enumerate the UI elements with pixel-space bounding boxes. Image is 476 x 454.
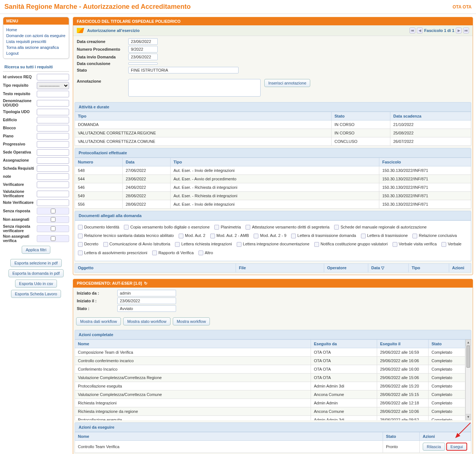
col-header[interactable]: File bbox=[236, 263, 324, 272]
col-header[interactable]: Stato bbox=[332, 112, 390, 120]
col-header[interactable]: Data bbox=[123, 158, 171, 166]
workflow-button[interactable]: Mostra dati workflow bbox=[76, 317, 121, 325]
doc-item[interactable]: Lettera di assolvimento prescrizioni bbox=[78, 249, 147, 257]
doc-item[interactable]: Lettera richiesta integrazioni bbox=[175, 241, 232, 248]
col-header[interactable]: Eseguito da bbox=[311, 339, 377, 348]
menu-item[interactable]: Torna alla sezione anagrafica bbox=[6, 44, 66, 50]
col-header[interactable]: Operatore bbox=[324, 263, 368, 272]
menu-item[interactable]: Lista requisiti prescritti bbox=[6, 39, 66, 44]
filter-checkbox[interactable] bbox=[51, 236, 56, 241]
checkbox-icon[interactable] bbox=[214, 225, 219, 230]
checkbox-icon[interactable] bbox=[152, 251, 157, 255]
filter-checkbox[interactable] bbox=[51, 226, 56, 231]
pager-last-icon[interactable]: ⏭ bbox=[463, 28, 469, 33]
col-header[interactable]: Tipo bbox=[409, 263, 449, 272]
checkbox-icon[interactable] bbox=[198, 251, 203, 255]
checkbox-icon[interactable] bbox=[175, 242, 180, 247]
filter-select[interactable]: --------------- bbox=[37, 82, 69, 89]
filter-input[interactable] bbox=[37, 199, 69, 206]
menu-item[interactable]: Logout bbox=[6, 50, 66, 56]
doc-item[interactable]: Relazione tecnico sanitaria datata tecni… bbox=[78, 232, 174, 239]
inserisci-annotazione-button[interactable]: Inserisci annotazione bbox=[264, 79, 310, 87]
pager-first-icon[interactable]: ⏮ bbox=[409, 28, 415, 33]
col-header[interactable]: Azioni bbox=[420, 432, 471, 440]
col-header[interactable]: Eseguito il bbox=[377, 339, 429, 348]
doc-item[interactable]: Verbale visita verifica bbox=[393, 241, 437, 248]
col-header[interactable]: Fascicolo bbox=[379, 158, 471, 166]
checkbox-icon[interactable] bbox=[237, 242, 241, 247]
doc-item[interactable]: Mod. Aut. 2 bbox=[179, 232, 205, 239]
filter-checkbox[interactable] bbox=[51, 209, 56, 213]
annotazione-input[interactable] bbox=[128, 79, 261, 97]
col-header[interactable]: Data scadenza bbox=[390, 112, 471, 120]
checkbox-icon[interactable] bbox=[210, 234, 215, 238]
filter-input[interactable] bbox=[37, 133, 69, 140]
filter-input[interactable] bbox=[37, 181, 69, 188]
checkbox-icon[interactable] bbox=[103, 242, 108, 247]
checkbox-icon[interactable] bbox=[179, 234, 183, 238]
doc-item[interactable]: Relazione conclusiva bbox=[412, 232, 457, 239]
doc-item[interactable]: Rapporto di Verifica bbox=[152, 249, 194, 257]
checkbox-icon[interactable] bbox=[441, 242, 446, 247]
checkbox-icon[interactable] bbox=[412, 234, 417, 238]
col-header[interactable]: Azioni bbox=[449, 263, 471, 272]
filter-input[interactable] bbox=[37, 149, 69, 156]
checkbox-icon[interactable] bbox=[361, 234, 366, 238]
col-header[interactable]: Stato bbox=[429, 339, 465, 348]
col-header[interactable]: Tipo bbox=[75, 112, 332, 120]
col-header[interactable]: Tipo bbox=[171, 158, 379, 166]
doc-item[interactable]: Altro bbox=[198, 249, 213, 257]
rilascia-button[interactable]: Rilascia bbox=[423, 443, 445, 451]
checkbox-icon[interactable] bbox=[78, 225, 83, 230]
workflow-button[interactable]: Mostra workflow bbox=[173, 317, 210, 325]
workflow-button[interactable]: Mostra stato workflow bbox=[123, 317, 170, 325]
export-button[interactable]: Esporta selezione in pdf bbox=[10, 259, 61, 267]
apply-filters-button[interactable]: Applica filtri bbox=[22, 246, 50, 254]
col-header[interactable]: Oggetto bbox=[75, 263, 236, 272]
doc-item[interactable]: Notifica costituzione gruppo valutatori bbox=[314, 241, 388, 248]
checkbox-icon[interactable] bbox=[78, 242, 83, 247]
pager-prev-icon[interactable]: ◀ bbox=[417, 28, 423, 33]
filter-input[interactable] bbox=[37, 117, 69, 123]
scroll-thumb[interactable] bbox=[466, 346, 470, 368]
filter-input[interactable] bbox=[37, 91, 69, 97]
doc-item[interactable]: Documento Identità bbox=[78, 224, 119, 231]
checkbox-icon[interactable] bbox=[334, 225, 339, 230]
filter-input[interactable] bbox=[37, 165, 69, 172]
col-header[interactable]: Stato bbox=[383, 432, 420, 440]
scrollbar[interactable]: ▲ ▼ bbox=[465, 339, 471, 420]
checkbox-icon[interactable] bbox=[254, 234, 258, 238]
filter-input[interactable] bbox=[37, 100, 69, 107]
refresh-icon[interactable]: ↻ bbox=[144, 281, 147, 286]
doc-item[interactable]: Copia versamento bollo digitale o esenzi… bbox=[124, 224, 210, 231]
menu-item[interactable]: Home bbox=[6, 27, 66, 33]
filter-checkbox[interactable] bbox=[51, 217, 56, 222]
doc-item[interactable]: Decreto bbox=[78, 241, 99, 248]
doc-item[interactable]: Attestazione versamento diritti di segre… bbox=[246, 224, 329, 231]
pager-next-icon[interactable]: ▶ bbox=[456, 28, 462, 33]
filter-input[interactable] bbox=[37, 74, 69, 80]
scroll-up-icon[interactable]: ▲ bbox=[466, 340, 471, 346]
filter-input[interactable] bbox=[37, 141, 69, 148]
col-header[interactable]: Nome bbox=[75, 432, 383, 440]
export-button[interactable]: Esporta Scheda Lavoro bbox=[11, 290, 61, 298]
doc-item[interactable]: Schede del manuale regionale di autorizz… bbox=[334, 224, 426, 231]
doc-item[interactable]: Lettera di trasmissione domanda bbox=[291, 232, 356, 239]
doc-item[interactable]: Mod. Aut. 2 - AMB bbox=[210, 232, 249, 239]
filter-input[interactable] bbox=[37, 125, 69, 131]
doc-item[interactable]: Verbale bbox=[441, 241, 461, 248]
doc-item[interactable]: Mod. Aut. 2 - 9 bbox=[254, 232, 286, 239]
filter-input[interactable] bbox=[37, 157, 69, 164]
esegui-button[interactable]: Esegui bbox=[446, 443, 468, 451]
col-header[interactable]: Data ▽ bbox=[368, 263, 409, 272]
export-button[interactable]: Esporta la domanda in pdf bbox=[8, 269, 64, 277]
doc-item[interactable]: Lettera integrazione documentazione bbox=[237, 241, 309, 248]
filter-input[interactable] bbox=[37, 109, 69, 115]
checkbox-icon[interactable] bbox=[78, 234, 83, 238]
filter-input[interactable] bbox=[37, 173, 69, 180]
checkbox-icon[interactable] bbox=[124, 225, 129, 230]
menu-item[interactable]: Domande con azioni da eseguire bbox=[6, 33, 66, 39]
checkbox-icon[interactable] bbox=[291, 234, 296, 238]
doc-item[interactable]: Comunicazione di Avvio Istruttoria bbox=[103, 241, 171, 248]
checkbox-icon[interactable] bbox=[314, 242, 319, 247]
